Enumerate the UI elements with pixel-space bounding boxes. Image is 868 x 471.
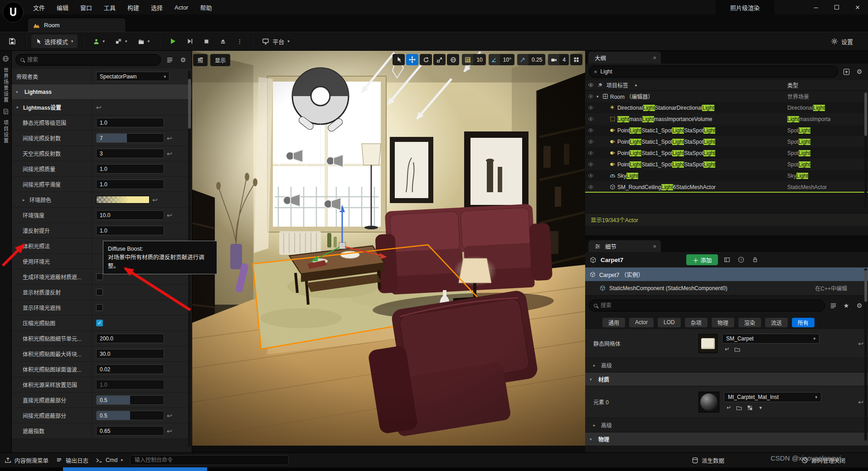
outliner-row[interactable]: ▾Room （编辑器）世界场景 [585, 91, 868, 102]
panel-divider[interactable] [585, 235, 868, 239]
category-caret-icon[interactable]: ▾ [16, 105, 21, 110]
property-checkbox[interactable] [96, 304, 103, 311]
property-dropdown[interactable]: SpectatorPawn▾ [96, 72, 170, 81]
help-icon[interactable]: ? [736, 255, 746, 265]
visibility-eye-icon[interactable] [588, 184, 594, 190]
physics-section-header[interactable]: ▾物理 [585, 432, 868, 446]
menu-item-文件[interactable]: 文件 [27, 0, 51, 15]
derived-data-button[interactable]: 派生数据 [692, 456, 724, 465]
menu-item-选择[interactable]: 选择 [145, 0, 169, 15]
rotation-snap-control[interactable]: 10° [489, 54, 514, 65]
add-blueprint-dropdown[interactable]: ▾ [89, 34, 109, 48]
property-input[interactable]: 200.0 [96, 334, 164, 343]
details-searchbox[interactable] [589, 300, 825, 311]
maximize-button[interactable] [826, 0, 847, 15]
eject-button[interactable] [216, 34, 230, 48]
type-column-header[interactable]: 类型 [787, 81, 798, 89]
play-options-kebab[interactable]: ⋮ [233, 34, 247, 48]
menu-item-工具[interactable]: 工具 [98, 0, 121, 15]
close-icon[interactable]: × [653, 54, 656, 61]
visibility-eye-icon[interactable] [588, 105, 594, 111]
menu-item-编辑[interactable]: 编辑 [51, 0, 74, 15]
filter-chip-所有[interactable]: 所有 [792, 318, 815, 327]
expander-caret-icon[interactable]: ▸ [23, 198, 28, 202]
component-tree-root-row[interactable]: Carpet7 （实例） [585, 267, 868, 281]
sidebar-item-world-settings[interactable]: 世界场景设置 [2, 68, 10, 103]
play-button[interactable] [165, 34, 180, 48]
favorites-star-icon[interactable]: ★ [841, 301, 851, 311]
property-checkbox[interactable]: ✓ [96, 320, 103, 326]
property-input[interactable]: 1.0 [96, 164, 164, 174]
sidebar-item-project-settings[interactable]: 项目设置 [2, 120, 10, 144]
reset-to-default-icon[interactable]: ↩ [858, 340, 863, 347]
reset-to-default-icon[interactable]: ↩ [858, 399, 863, 405]
property-input[interactable]: 1.0 [96, 226, 164, 235]
outliner-row[interactable]: SM_RoundCeilingLight6StaticMeshActorStat… [585, 181, 868, 193]
quick-add-dropdown[interactable]: ▾ [111, 34, 131, 48]
maximize-viewport-button[interactable] [570, 54, 582, 65]
browse-to-asset-icon[interactable] [735, 404, 743, 412]
pin-column-icon[interactable] [597, 83, 603, 88]
filter-chip-Actor[interactable]: Actor [629, 318, 654, 327]
platforms-dropdown[interactable]: 平台▾ [258, 34, 294, 48]
select-tool-button[interactable] [393, 54, 405, 65]
stop-button[interactable] [199, 34, 213, 48]
outliner-row[interactable]: DirectionalLightStationarDirectionalLigh… [585, 102, 868, 113]
outliner-search-input[interactable] [601, 68, 833, 75]
grid-snap-control[interactable]: 10 [462, 54, 485, 65]
close-icon[interactable]: × [653, 243, 656, 250]
cinematics-dropdown[interactable]: ▾ [134, 34, 154, 48]
property-input[interactable]: 1.0 [96, 118, 164, 127]
menu-item-帮助[interactable]: 帮助 [194, 0, 218, 15]
visibility-eye-icon[interactable] [588, 161, 594, 167]
static-mesh-dropdown[interactable]: SM_Carpet▾ [722, 334, 820, 344]
panel-settings-gear-icon[interactable]: ⚙ [178, 55, 188, 65]
details-settings-icon[interactable]: ⚙ [854, 301, 864, 311]
display-filter-icon[interactable] [828, 301, 838, 311]
minimize-button[interactable]: ─ [805, 0, 826, 15]
content-drawer-button[interactable]: 内容侧滑菜单 [5, 456, 48, 465]
visibility-eye-icon[interactable] [588, 116, 594, 122]
property-row[interactable]: ▾Lightmass [12, 84, 192, 100]
color-swatch[interactable] [96, 196, 150, 204]
outliner-row[interactable]: PointLightStatic1_SpotLightStaSpotLightS… [585, 159, 868, 170]
photo-render-button[interactable]: 照片级渲染 [716, 0, 774, 15]
filter-chip-渲染[interactable]: 渲染 [738, 318, 761, 327]
close-button[interactable]: ✕ [847, 0, 868, 15]
cmd-dropdown[interactable]: Cmd▾ [96, 457, 123, 464]
tab-details[interactable]: 细节 × [588, 240, 661, 252]
outliner-settings-icon[interactable]: ⚙ [854, 67, 864, 77]
advanced-expander[interactable]: ▸高级 [585, 358, 868, 373]
use-selected-asset-icon[interactable] [724, 404, 732, 412]
console-input[interactable] [130, 455, 289, 465]
property-input[interactable]: 1.0 [96, 180, 164, 189]
property-slider[interactable]: 7 [96, 133, 164, 143]
world-settings-searchbox[interactable] [15, 54, 161, 66]
lock-icon[interactable] [750, 255, 760, 265]
texture-checker-icon[interactable] [746, 404, 754, 412]
filter-chip-LOD[interactable]: LOD [658, 318, 681, 327]
outliner-scrollbar[interactable] [864, 92, 867, 209]
filter-chip-流送[interactable]: 流送 [765, 318, 788, 327]
outliner-row[interactable]: PointLightStatic1_SpotLightStaSpotLightS… [585, 136, 868, 147]
display-filter-icon[interactable] [165, 55, 175, 65]
scale-snap-control[interactable]: 0.25 [517, 54, 545, 65]
item-label-column-header[interactable]: 项目标签 [606, 81, 628, 89]
details-search-input[interactable] [601, 302, 820, 309]
more-options-icon[interactable]: ▾ [756, 404, 765, 412]
expander-caret-icon[interactable]: ▾ [596, 94, 602, 99]
visibility-eye-icon[interactable] [588, 139, 594, 145]
property-checkbox[interactable] [96, 273, 103, 280]
details-scrollbar[interactable] [864, 268, 867, 441]
reset-to-default-icon[interactable]: ↩ [152, 197, 158, 203]
world-settings-search-input[interactable] [27, 57, 156, 63]
world-coordinate-button[interactable] [447, 54, 459, 65]
viewport-canvas[interactable] [192, 51, 585, 446]
menu-item-构建[interactable]: 构建 [121, 0, 145, 15]
settings-button[interactable]: 设置 [827, 34, 857, 48]
visibility-eye-icon[interactable] [588, 173, 594, 179]
create-actor-icon[interactable] [841, 67, 851, 77]
output-log-button[interactable]: 输出日志 [56, 456, 88, 465]
property-input[interactable]: 30.0 [96, 349, 164, 359]
camera-speed-control[interactable]: 4 [548, 54, 569, 65]
